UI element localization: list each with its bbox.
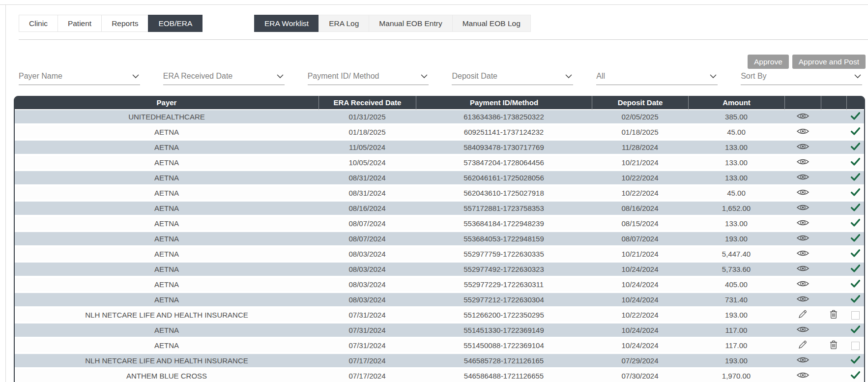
filter-sort-by-dropdown[interactable]: Sort By (741, 72, 862, 85)
filter-deposit-date-dropdown[interactable]: Deposit Date (452, 72, 573, 85)
cell-deposit-date: 08/07/2024 (592, 232, 688, 247)
subtab-manual-eob-log[interactable]: Manual EOB Log (452, 15, 531, 32)
filter-payment-id-method-dropdown[interactable]: Payment ID/ Method (308, 72, 429, 85)
cell-action-primary (784, 110, 821, 125)
chevron-down-icon (854, 72, 861, 81)
cell-era-received-date: 07/31/2024 (318, 339, 416, 354)
view-era-icon[interactable] (796, 143, 810, 150)
cell-status (846, 202, 864, 217)
cell-status (846, 125, 864, 141)
subtab-era-worklist[interactable]: ERA Worklist (254, 15, 319, 32)
view-era-icon[interactable] (796, 234, 810, 242)
cell-payer: AETNA (15, 339, 318, 354)
column-header-era-received-date: ERA Received Date (318, 96, 416, 110)
edit-era-icon[interactable] (798, 309, 808, 319)
column-header-delete (821, 96, 846, 110)
view-era-icon[interactable] (796, 173, 810, 181)
cell-action-primary (784, 156, 821, 171)
subtab-manual-eob-entry[interactable]: Manual EOB Entry (369, 15, 452, 32)
delete-era-icon[interactable] (830, 340, 838, 350)
view-era-icon[interactable] (796, 280, 810, 288)
filter-era-received-date-dropdown[interactable]: ERA Received Date (163, 72, 285, 85)
cell-payer: AETNA (15, 323, 318, 339)
cell-payer: AETNA (15, 247, 318, 263)
column-header-actions (784, 96, 821, 110)
view-era-icon[interactable] (796, 356, 810, 364)
cell-payment-id: 553684184-1722948239 (416, 217, 592, 232)
table-header-row: Payer ERA Received Date Payment ID/Metho… (15, 96, 864, 110)
table-row: AETNA 08/03/2024 552977492-1722630323 10… (15, 263, 864, 278)
table-row: UNITEDHEALTHCARE 01/31/2025 613634386-17… (15, 110, 864, 125)
view-era-icon[interactable] (796, 219, 810, 227)
top-divider (0, 4, 868, 5)
cell-payment-id: 551451330-1722369149 (416, 323, 592, 339)
view-era-icon[interactable] (796, 112, 810, 120)
delete-era-icon[interactable] (830, 310, 838, 319)
filter-label: Payment ID/ Method (308, 72, 379, 81)
cell-status (846, 247, 864, 263)
cell-deposit-date: 10/24/2024 (592, 293, 688, 308)
cell-era-received-date: 07/31/2024 (318, 308, 416, 323)
table-row: AETNA 07/31/2024 551450088-1722369104 10… (15, 339, 864, 354)
view-era-icon[interactable] (796, 371, 810, 379)
approved-check-icon (851, 127, 860, 135)
cell-payment-id: 546585728-1721126165 (416, 354, 592, 369)
cell-payer: AETNA (15, 202, 318, 217)
tab-eob-era[interactable]: EOB/ERA (148, 15, 203, 32)
cell-amount: 5,733.60 (688, 263, 784, 278)
cell-payment-id: 546586488-1721126655 (416, 369, 592, 382)
cell-payer: AETNA (15, 293, 318, 308)
table-row: ANTHEM BLUE CROSS 07/17/2024 546586488-1… (15, 369, 864, 382)
cell-era-received-date: 07/17/2024 (318, 354, 416, 369)
cell-action-secondary (821, 125, 846, 141)
cell-action-secondary (821, 110, 846, 125)
cell-status (846, 278, 864, 293)
view-era-icon[interactable] (796, 295, 810, 303)
cell-amount: 45.00 (688, 186, 784, 202)
tab-reports[interactable]: Reports (101, 15, 148, 32)
edit-era-icon[interactable] (798, 340, 808, 350)
approve-button[interactable]: Approve (748, 55, 789, 69)
table-row: NLH NETCARE LIFE AND HEALTH INSURANCE 07… (15, 354, 864, 369)
cell-action-primary (784, 202, 821, 217)
cell-amount: 133.00 (688, 141, 784, 156)
cell-payer: UNITEDHEALTHCARE (15, 110, 318, 125)
view-era-icon[interactable] (796, 325, 810, 333)
tab-clinic[interactable]: Clinic (19, 15, 58, 32)
view-era-icon[interactable] (796, 249, 810, 257)
tab-patient[interactable]: Patient (58, 15, 102, 32)
cell-deposit-date: 10/21/2024 (592, 247, 688, 263)
main-tabs: ClinicPatientReportsEOB/ERA (19, 15, 203, 32)
column-header-payer: Payer (15, 96, 318, 110)
view-era-icon[interactable] (796, 158, 810, 166)
table-row: AETNA 08/03/2024 552977212-1722630304 10… (15, 293, 864, 308)
approve-and-post-button[interactable]: Approve and Post (792, 55, 866, 69)
cell-amount: 1,970.00 (688, 369, 784, 382)
subtab-era-log[interactable]: ERA Log (318, 15, 369, 32)
cell-era-received-date: 08/03/2024 (318, 263, 416, 278)
cell-status (846, 232, 864, 247)
row-select-checkbox[interactable] (851, 342, 860, 350)
tabs-divider (19, 39, 868, 40)
cell-action-secondary (821, 141, 846, 156)
approved-check-icon (851, 356, 860, 364)
view-era-icon[interactable] (796, 127, 810, 135)
cell-payer: AETNA (15, 141, 318, 156)
row-select-checkbox[interactable] (851, 311, 860, 320)
cell-era-received-date: 01/18/2025 (318, 125, 416, 141)
cell-payer: AETNA (15, 232, 318, 247)
view-era-icon[interactable] (796, 204, 810, 211)
filter-payer-name-dropdown[interactable]: Payer Name (19, 72, 140, 85)
cell-action-secondary (821, 186, 846, 202)
table-row: AETNA 08/31/2024 562043610-1725027918 10… (15, 186, 864, 202)
view-era-icon[interactable] (796, 264, 810, 272)
view-era-icon[interactable] (796, 188, 810, 196)
cell-payment-id: 573847204-1728064456 (416, 156, 592, 171)
cell-status (846, 141, 864, 156)
filter-all-dropdown[interactable]: All (596, 72, 718, 85)
cell-status (846, 323, 864, 339)
cell-status (846, 308, 864, 323)
cell-action-primary (784, 141, 821, 156)
cell-deposit-date: 01/18/2025 (592, 125, 688, 141)
filter-label: ERA Received Date (163, 72, 232, 81)
